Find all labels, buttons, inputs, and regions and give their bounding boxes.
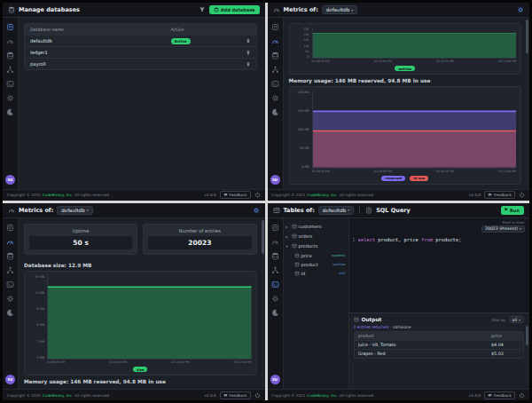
sql-editor[interactable]: 1 select product, price from products; <box>349 234 530 313</box>
avatar[interactable]: SU <box>5 375 15 384</box>
stat-cards: Uptime 50 s Number of entries 20023 <box>24 224 257 255</box>
copyright-text: All rights reserved. <box>340 193 375 197</box>
sidebar-item-manage-databases[interactable] <box>271 224 279 232</box>
scrollbar-thumb[interactable] <box>526 20 528 53</box>
power-icon[interactable] <box>254 192 261 198</box>
header: Metrics of: defaultdb ▾ <box>268 3 530 18</box>
meta-text: · database <box>390 325 411 329</box>
sidebar-item-sql-query[interactable] <box>6 80 14 88</box>
memory-usage-title: Memory usage: 146 MB reserved, 94.8 MB i… <box>24 379 257 384</box>
play-icon: ▶ <box>505 208 508 212</box>
sidebar-item-schema[interactable] <box>271 66 279 74</box>
tables-of-label: Tables of: <box>284 207 315 214</box>
copyright: Copyright © 2021 CodeBinary, Inc. All ri… <box>272 393 375 398</box>
time-travel-selector[interactable]: 20023 (Present) ▾ <box>481 225 525 233</box>
tree-item-customers[interactable]: ▸ customers <box>286 222 346 232</box>
sidebar-item-settings[interactable] <box>271 94 279 102</box>
memory-chart-card: 200 MB150 MB100 MB50 MB0 MB 03:09:30 PM0… <box>289 86 522 185</box>
feedback-button[interactable]: Feedback <box>220 391 251 399</box>
sidebar-item-settings[interactable] <box>6 295 14 303</box>
table-row[interactable]: defaultdb Active <box>25 35 256 46</box>
power-icon[interactable] <box>519 392 525 399</box>
tree-item-products[interactable]: ▾ products <box>286 241 346 251</box>
delete-icon[interactable] <box>246 38 251 43</box>
tree-field-price[interactable]: price numeric <box>286 251 346 260</box>
sidebar-item-metrics[interactable] <box>271 238 279 246</box>
result-row[interactable]: Grapes - Red $5.03 <box>355 349 524 358</box>
main-content: ▸ customers ▸ orders ▾ products <box>284 218 530 390</box>
sidebar-item-theme[interactable] <box>6 309 14 317</box>
company-link[interactable]: CodeBinary, Inc. <box>43 193 73 197</box>
sidebar-item-databases[interactable] <box>271 252 279 260</box>
chevron-right-icon: ▸ <box>286 234 290 239</box>
sidebar-item-sql-query[interactable] <box>6 281 14 288</box>
sidebar-item-settings[interactable] <box>6 94 14 102</box>
entries-chart-card: 25k20k15k10k5k0 03:09:30 PM03:10:00 PM03… <box>289 23 522 75</box>
tree-item-orders[interactable]: ▸ orders <box>286 232 346 241</box>
sidebar-item-settings[interactable] <box>271 295 279 303</box>
main-content: Database name Active defaultdb Active le… <box>19 18 265 189</box>
filter-selector[interactable]: all ▾ <box>509 316 524 323</box>
power-icon[interactable] <box>519 192 525 198</box>
avatar[interactable]: SU <box>5 175 15 185</box>
result-row[interactable]: Juice - V8, Tomato $4.04 <box>355 340 524 349</box>
avatar[interactable]: SU <box>270 175 280 185</box>
feedback-button[interactable]: Feedback <box>484 391 515 399</box>
sidebar-item-schema[interactable] <box>271 266 279 274</box>
sidebar-item-schema[interactable] <box>6 66 14 74</box>
sidebar-item-metrics[interactable] <box>6 238 14 246</box>
memory-usage-title: Memory usage: 146 MB reserved, 94.8 MB i… <box>289 78 522 83</box>
table-row[interactable]: payroll <box>25 58 256 69</box>
run-button[interactable]: ▶ Run <box>501 206 524 215</box>
main-content: Uptime 50 s Number of entries 20023 Data… <box>19 218 265 390</box>
table-row[interactable]: ledger1 <box>25 46 256 58</box>
sidebar-item-manage-databases[interactable] <box>6 23 14 31</box>
sidebar-item-metrics[interactable] <box>271 37 279 45</box>
tree-field-id[interactable]: id int4 <box>286 269 346 278</box>
sidebar-item-manage-databases[interactable] <box>271 23 279 31</box>
footer: Copyright © 2021 CodeBinary, Inc. All ri… <box>268 189 530 201</box>
sidebar-item-manage-databases[interactable] <box>6 224 14 232</box>
company-link[interactable]: CodeBinary, Inc. <box>307 393 337 398</box>
y-axis-tick: 10k <box>303 44 309 48</box>
scrollbar[interactable] <box>262 220 264 388</box>
feedback-button[interactable]: Feedback <box>484 191 515 199</box>
scrollbar-thumb[interactable] <box>526 326 528 345</box>
active-badge: Active <box>171 38 191 44</box>
database-selector[interactable]: defaultdb ▾ <box>318 206 354 215</box>
y-axis-tick: 15k <box>303 38 309 42</box>
sidebar-item-databases[interactable] <box>6 252 14 260</box>
database-selector[interactable]: defaultdb ▾ <box>322 5 357 14</box>
company-link[interactable]: CodeBinary, Inc. <box>43 393 73 398</box>
sidebar-item-schema[interactable] <box>6 266 14 274</box>
sidebar-item-theme[interactable] <box>271 309 279 317</box>
feedback-button[interactable]: Feedback <box>220 191 251 199</box>
y-axis-tick: 12 MB <box>35 291 44 295</box>
copyright-text: All rights reserved. <box>74 193 110 197</box>
delete-icon[interactable] <box>246 61 251 67</box>
sidebar-item-sql-query[interactable] <box>271 80 279 88</box>
company-link[interactable]: CodeBinary, Inc. <box>307 193 337 197</box>
version-label: v1.0.0 <box>204 193 215 197</box>
filter-icon[interactable] <box>199 6 206 13</box>
avatar[interactable]: SU <box>270 375 280 384</box>
tree-field-product[interactable]: product varchar <box>286 260 346 269</box>
scrollbar-thumb[interactable] <box>262 220 264 254</box>
sidebar-item-metrics[interactable] <box>6 37 14 45</box>
power-icon[interactable] <box>254 392 261 399</box>
sidebar-item-theme[interactable] <box>6 108 14 116</box>
scrollbar[interactable] <box>526 326 528 385</box>
scrollbar[interactable] <box>526 20 528 187</box>
settings-icon[interactable] <box>517 6 524 13</box>
sidebar-item-theme[interactable] <box>271 108 279 116</box>
sidebar-item-sql-query[interactable] <box>271 281 279 288</box>
settings-icon[interactable] <box>253 207 260 214</box>
chat-icon <box>223 193 228 197</box>
delete-icon[interactable] <box>246 50 251 55</box>
add-database-button[interactable]: Add database <box>209 5 260 14</box>
database-selector[interactable]: defaultdb ▾ <box>57 206 92 215</box>
sidebar-item-databases[interactable] <box>271 51 279 59</box>
chevron-down-icon: ▾ <box>286 244 290 249</box>
chevron-down-icon: ▾ <box>87 208 89 212</box>
sidebar-item-databases[interactable] <box>6 51 14 59</box>
